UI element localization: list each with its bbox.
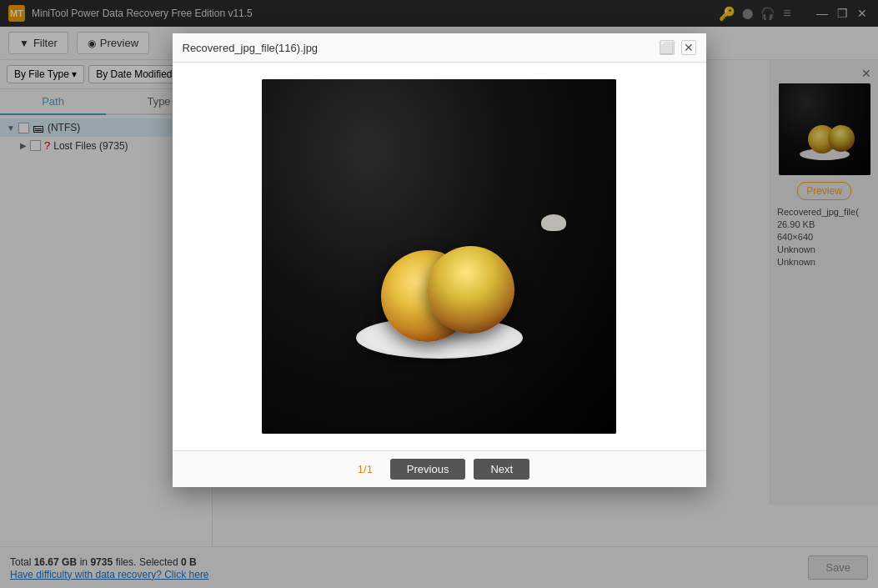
next-button[interactable]: Next bbox=[474, 459, 529, 480]
peach-right bbox=[427, 246, 514, 334]
modal-overlay: Recovered_jpg_file(116).jpg ⬜ ✕ 1/1 bbox=[0, 0, 878, 588]
modal-close-button[interactable]: ✕ bbox=[681, 40, 696, 55]
modal-image-area bbox=[173, 63, 706, 450]
app-window: MT MiniTool Power Data Recovery Free Edi… bbox=[0, 0, 878, 588]
modal-titlebar: Recovered_jpg_file(116).jpg ⬜ ✕ bbox=[173, 33, 706, 63]
photo-canvas bbox=[262, 79, 616, 434]
preview-modal: Recovered_jpg_file(116).jpg ⬜ ✕ 1/1 bbox=[173, 33, 706, 487]
modal-footer: 1/1 Previous Next bbox=[173, 450, 706, 487]
modal-title-controls: ⬜ ✕ bbox=[660, 40, 696, 55]
page-indicator: 1/1 bbox=[349, 463, 382, 475]
small-object bbox=[541, 214, 566, 231]
previous-button[interactable]: Previous bbox=[390, 459, 466, 480]
modal-maximize-button[interactable]: ⬜ bbox=[660, 40, 675, 55]
modal-title: Recovered_jpg_file(116).jpg bbox=[183, 42, 319, 54]
